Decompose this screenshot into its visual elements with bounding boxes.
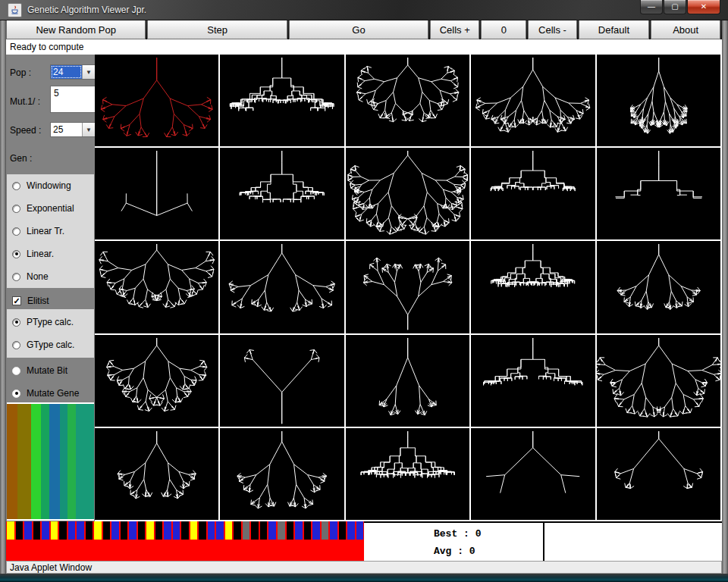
phenotype-cell-13[interactable] bbox=[471, 241, 595, 333]
population-grid bbox=[95, 55, 722, 521]
phenotype-cell-8[interactable] bbox=[471, 148, 595, 239]
gene-block bbox=[138, 521, 146, 540]
selection-none[interactable]: None bbox=[12, 271, 49, 282]
gene-block bbox=[42, 521, 49, 540]
gene-block bbox=[347, 521, 355, 540]
phenotype-cell-2[interactable] bbox=[346, 55, 469, 146]
phenotype-cell-22[interactable] bbox=[346, 428, 469, 520]
phenotype-cell-23[interactable] bbox=[471, 428, 595, 520]
selection-linear-tr-[interactable]: Linear Tr. bbox=[12, 226, 64, 236]
phenotype-cell-15[interactable] bbox=[95, 335, 218, 427]
phenotype-cell-14[interactable] bbox=[597, 241, 720, 333]
toolbar-button-step[interactable]: Step bbox=[147, 20, 287, 39]
gene-block bbox=[173, 521, 180, 540]
gene-block bbox=[251, 521, 259, 540]
phenotype-cell-17[interactable] bbox=[346, 335, 469, 427]
app-window: Genetic Algorithm Viewer Jpr. —▢✕ New Ra… bbox=[0, 0, 728, 582]
gradient-stripe bbox=[60, 404, 67, 519]
phenotype-cell-18[interactable] bbox=[471, 335, 595, 427]
pop-dropdown-arrow-icon[interactable]: ▼ bbox=[82, 65, 95, 79]
selection-linear--radio[interactable] bbox=[12, 250, 20, 258]
mut-input[interactable]: 5 bbox=[50, 86, 96, 113]
phenotype-cell-21[interactable] bbox=[220, 428, 344, 520]
gradient-stripe bbox=[31, 404, 41, 519]
phenotype-cell-5[interactable] bbox=[95, 148, 218, 239]
elitist[interactable]: ✓Elitist bbox=[12, 296, 49, 306]
genome-barcode bbox=[6, 521, 364, 540]
selection-windowing[interactable]: Windowing bbox=[12, 180, 71, 191]
gene-block bbox=[51, 521, 58, 540]
phenotype-cell-0[interactable] bbox=[95, 55, 218, 146]
phenotype-cell-1[interactable] bbox=[220, 55, 344, 146]
mutate-mutate-bit[interactable]: Mutate Bit bbox=[12, 365, 67, 376]
phenotype-cell-11[interactable] bbox=[220, 241, 344, 333]
gene-block bbox=[146, 521, 154, 540]
gene-block bbox=[234, 521, 241, 540]
type-ptype-calc--radio[interactable] bbox=[12, 318, 20, 327]
selection-linear-tr--radio[interactable] bbox=[12, 227, 20, 236]
gradient-stripe bbox=[49, 404, 60, 519]
gene-block bbox=[77, 521, 84, 540]
toolbar: New Random PopStepGoCells +0Cells -Defau… bbox=[6, 20, 722, 39]
phenotype-cell-7[interactable] bbox=[346, 148, 469, 239]
toolbar-button-new-random-pop[interactable]: New Random Pop bbox=[6, 20, 146, 39]
phenotype-cell-9[interactable] bbox=[597, 148, 720, 239]
selection-linear-[interactable]: Linear. bbox=[12, 249, 54, 259]
type-ptype-calc-[interactable]: PType calc. bbox=[12, 317, 74, 327]
phenotype-cell-6[interactable] bbox=[220, 148, 344, 239]
gene-block bbox=[68, 521, 76, 540]
toolbar-button-go[interactable]: Go bbox=[289, 20, 428, 39]
mutate-mutate-bit-radio[interactable] bbox=[12, 367, 20, 375]
phenotype-cell-16[interactable] bbox=[220, 335, 344, 427]
maximize-button[interactable]: ▢ bbox=[664, 0, 686, 14]
gene-block bbox=[216, 521, 224, 540]
toolbar-button-default[interactable]: Default bbox=[579, 20, 650, 39]
stats-panel: Best : 0 Avg : 0 bbox=[364, 521, 722, 561]
phenotype-cell-12[interactable] bbox=[346, 241, 469, 333]
gene-block bbox=[7, 521, 14, 540]
best-stat: Best : 0 bbox=[434, 528, 481, 540]
selection-exponential-radio[interactable] bbox=[12, 205, 20, 213]
toolbar-button-about[interactable]: About bbox=[651, 20, 720, 39]
phenotype-cell-4[interactable] bbox=[597, 55, 720, 146]
selection-exponential[interactable]: Exponential bbox=[12, 203, 74, 214]
gradient-stripe bbox=[67, 404, 77, 519]
stats-divider bbox=[543, 523, 544, 561]
pop-combobox[interactable]: 24 ▼ bbox=[50, 64, 96, 80]
mutate-mutate-gene-radio[interactable] bbox=[12, 390, 20, 398]
phenotype-cell-19[interactable] bbox=[597, 335, 720, 427]
gene-block bbox=[278, 521, 285, 540]
close-button[interactable]: ✕ bbox=[687, 0, 720, 14]
phenotype-cell-10[interactable] bbox=[95, 241, 218, 333]
gene-block bbox=[16, 521, 24, 540]
selection-none-radio[interactable] bbox=[12, 273, 20, 281]
selection-windowing-radio[interactable] bbox=[12, 182, 20, 190]
gene-block bbox=[121, 521, 128, 540]
status-line: Ready to compute bbox=[6, 39, 722, 55]
gradient-stripe bbox=[41, 404, 49, 519]
window-title: Genetic Algorithm Viewer Jpr. bbox=[27, 5, 146, 15]
speed-combobox[interactable]: 25 ▼ bbox=[50, 122, 96, 137]
phenotype-cell-24[interactable] bbox=[597, 428, 720, 520]
window-controls: —▢✕ bbox=[639, 0, 720, 14]
toolbar-button-cells-[interactable]: Cells + bbox=[430, 20, 479, 39]
mutate-mutate-gene[interactable]: Mutate Gene bbox=[12, 388, 79, 399]
type-gtype-calc--radio[interactable] bbox=[12, 341, 20, 349]
elitist-checkbox[interactable]: ✓ bbox=[12, 296, 21, 305]
selection-windowing-label: Windowing bbox=[27, 180, 71, 191]
toolbar-button-cells-[interactable]: Cells - bbox=[528, 20, 576, 39]
phenotype-cell-20[interactable] bbox=[95, 428, 218, 520]
type-ptype-calc--label: PType calc. bbox=[27, 317, 74, 327]
gene-block bbox=[94, 521, 102, 540]
titlebar[interactable]: Genetic Algorithm Viewer Jpr. —▢✕ bbox=[0, 0, 728, 20]
minimize-button[interactable]: — bbox=[640, 0, 663, 14]
gradient-stripe bbox=[17, 404, 32, 519]
type-gtype-calc-[interactable]: GType calc. bbox=[12, 340, 74, 350]
speed-dropdown-arrow-icon[interactable]: ▼ bbox=[82, 123, 95, 136]
pop-value: 24 bbox=[51, 65, 82, 79]
gradient-stripe bbox=[7, 404, 17, 519]
gene-block bbox=[59, 521, 67, 540]
selection-linear--label: Linear. bbox=[27, 249, 54, 259]
sidebar: Pop : 24 ▼ Mut.1/ : 5 Speed : 25 ▼ Gen :… bbox=[6, 55, 95, 521]
phenotype-cell-3[interactable] bbox=[471, 55, 595, 146]
